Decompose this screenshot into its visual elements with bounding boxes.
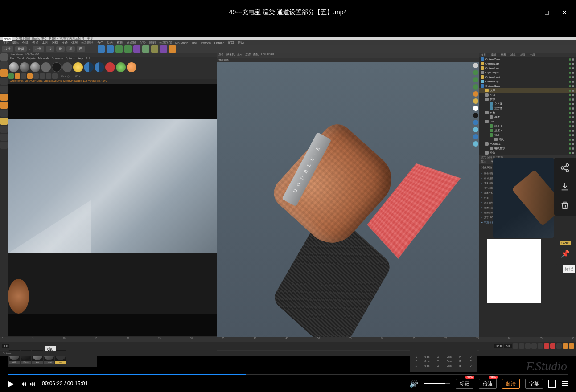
visibility-dot[interactable] — [572, 139, 574, 141]
coords-cell[interactable]: 0 cm — [422, 364, 432, 367]
nav-icon[interactable] — [473, 98, 478, 104]
coords-cell[interactable]: 0° — [466, 360, 476, 363]
preview-thumbnail-2[interactable] — [487, 239, 541, 303]
menu-item[interactable]: Octane — [214, 41, 225, 45]
object-row[interactable]: 细化 — [479, 137, 576, 142]
vp-menu-item[interactable]: 显示 — [237, 53, 243, 58]
visibility-dot[interactable] — [569, 112, 571, 114]
vp-menu-item[interactable]: 面板 — [253, 53, 259, 58]
coords-cell[interactable]: 0 cm — [444, 360, 454, 363]
visibility-dot[interactable] — [572, 130, 574, 132]
coords-cell[interactable]: P — [455, 360, 465, 363]
lv-menu-item[interactable]: File — [10, 57, 14, 61]
prev-frame-icon[interactable] — [519, 343, 524, 349]
menu-item[interactable]: 窗口 — [228, 41, 234, 45]
tab-button[interactable]: 匹 — [77, 46, 85, 52]
fullscreen-button[interactable] — [548, 380, 556, 388]
scene-icon[interactable] — [142, 45, 149, 53]
menu-item[interactable]: 工具 — [42, 41, 48, 45]
visibility-dot[interactable] — [569, 76, 571, 78]
nav-icon[interactable] — [473, 106, 478, 111]
object-tree[interactable]: OctaneCamOctaneLighOctaneLighLightTarget… — [479, 57, 576, 155]
nav-icon[interactable] — [473, 120, 478, 125]
rail-icon[interactable] — [0, 102, 8, 109]
menu-item[interactable]: 选择 — [32, 41, 38, 45]
visibility-dot[interactable] — [572, 147, 574, 150]
visibility-dot[interactable] — [572, 76, 574, 78]
object-row[interactable]: OctaneCam — [479, 84, 576, 88]
menu-item[interactable]: 模拟 — [117, 41, 123, 45]
object-row[interactable]: 挤压.2 — [479, 124, 576, 128]
deformer-icon[interactable] — [133, 45, 140, 53]
menu-item[interactable]: MoGraph — [175, 41, 188, 45]
visibility-dot[interactable] — [569, 63, 571, 65]
rail-icon[interactable] — [0, 94, 8, 101]
nav-icon[interactable] — [473, 84, 478, 90]
key-icon[interactable] — [569, 343, 574, 349]
lv-menu-item[interactable]: Help — [77, 57, 82, 61]
tool-icon[interactable] — [107, 45, 114, 53]
visibility-dot[interactable] — [572, 85, 574, 87]
object-row[interactable]: OctaneLight — [479, 75, 576, 79]
goto-end-icon[interactable] — [538, 343, 543, 349]
visibility-dot[interactable] — [572, 134, 574, 136]
camera-icon[interactable] — [105, 62, 115, 72]
obj-tab[interactable]: 编辑 — [489, 53, 498, 57]
environment-icon[interactable] — [116, 62, 126, 72]
tool-icon[interactable] — [169, 45, 176, 53]
visibility-dot[interactable] — [569, 147, 571, 150]
autokey-icon[interactable] — [550, 343, 555, 349]
timeline-current[interactable]: 0 F — [504, 344, 512, 348]
menu-item[interactable]: 文件 — [3, 41, 9, 45]
visibility-dot[interactable] — [572, 81, 574, 83]
timeline-ruler[interactable]: 051015202530354045505560657075808590 — [0, 337, 576, 342]
obj-tab[interactable]: 对象 — [508, 53, 518, 57]
nav-icon[interactable] — [473, 70, 478, 75]
nav-icon[interactable] — [473, 134, 478, 139]
visibility-dot[interactable] — [569, 90, 571, 92]
visibility-dot[interactable] — [569, 130, 571, 132]
minimize-button[interactable]: — — [528, 9, 534, 15]
object-row[interactable]: OctaneSky — [479, 79, 576, 84]
timeline[interactable]: 051015202530354045505560657075808590 0 F… — [0, 337, 576, 350]
menu-item[interactable]: 运动跟踪 — [159, 41, 172, 45]
tab-button[interactable]: 皮 — [46, 46, 54, 52]
obj-tab[interactable]: 查看 — [498, 53, 508, 57]
lv-menu-item[interactable]: GUI — [86, 57, 91, 61]
lock-icon[interactable] — [62, 62, 72, 72]
next-button[interactable]: ⏭ — [29, 380, 36, 387]
sun-icon[interactable] — [73, 62, 83, 72]
toggle-icon[interactable] — [95, 62, 104, 72]
next-frame-icon[interactable] — [531, 343, 537, 349]
rail-icon[interactable] — [0, 142, 8, 149]
visibility-dot[interactable] — [569, 125, 571, 127]
menu-item[interactable]: 样条 — [62, 41, 68, 45]
playlist-button[interactable] — [562, 381, 568, 386]
generator-icon[interactable] — [115, 45, 123, 53]
visibility-dot[interactable] — [572, 125, 574, 127]
visibility-dot[interactable] — [569, 121, 571, 123]
visibility-dot[interactable] — [569, 85, 571, 87]
prev-button[interactable]: ⏮ — [21, 380, 27, 387]
rail-icon[interactable] — [0, 86, 8, 93]
preview-thumbnail-1[interactable] — [493, 158, 554, 238]
light-icon[interactable] — [151, 45, 158, 53]
quality-button[interactable]: 超清 — [502, 379, 520, 389]
visibility-dot[interactable] — [572, 143, 574, 145]
visibility-dot[interactable] — [569, 103, 571, 105]
lock-icon[interactable] — [27, 74, 33, 79]
vp-menu-item[interactable]: ProRender — [261, 53, 274, 58]
download-icon[interactable] — [560, 182, 570, 192]
object-row[interactable]: 立方体 — [479, 102, 576, 106]
object-row[interactable]: 挤压 — [479, 133, 576, 137]
visibility-dot[interactable] — [572, 63, 574, 65]
menu-item[interactable]: Python — [201, 41, 211, 45]
tab-button[interactable]: 批 — [56, 46, 65, 52]
timeline-end[interactable]: 90 F — [494, 344, 503, 348]
menu-item[interactable]: 体积 — [71, 41, 78, 45]
lv-menu-item[interactable]: Materials — [38, 57, 49, 61]
play-button[interactable]: ▶ — [8, 379, 14, 388]
visibility-dot[interactable] — [569, 58, 571, 61]
target-icon[interactable] — [46, 74, 51, 79]
coords-cell[interactable]: B — [455, 364, 465, 367]
